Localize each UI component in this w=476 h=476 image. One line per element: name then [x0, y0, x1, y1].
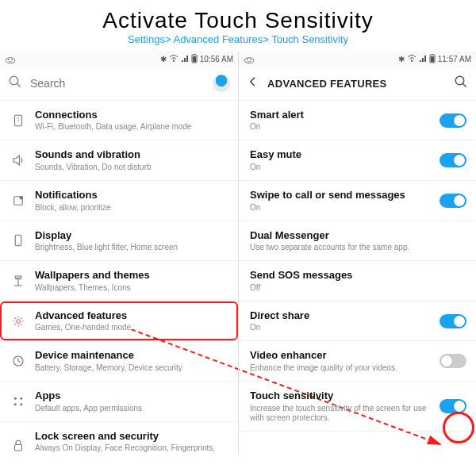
battery-icon [191, 54, 198, 65]
signal-icon [181, 55, 189, 64]
item-subtitle: Use two separate accounts for the same a… [250, 243, 465, 252]
search-icon[interactable] [8, 75, 22, 92]
panel-advanced-features: ✱ 11:57 AM ADVANCED FEATURES Smart alert… [238, 52, 476, 453]
svg-point-15 [17, 244, 19, 245]
back-icon[interactable] [247, 75, 259, 91]
feature-item[interactable]: Easy mute On [239, 140, 476, 181]
wall-icon [6, 274, 30, 288]
search-icon[interactable] [454, 75, 468, 92]
toggle-switch[interactable] [440, 194, 466, 208]
search-bar [0, 67, 238, 101]
item-title: Video enhancer [250, 349, 435, 362]
status-time: 11:57 AM [438, 55, 471, 63]
svg-point-0 [6, 58, 15, 63]
item-title: Display [35, 229, 227, 242]
svg-point-19 [20, 397, 22, 400]
header-title: ADVANCED FEATURES [267, 78, 446, 90]
item-title: Device maintenance [35, 349, 227, 362]
item-title: Lock screen and security [35, 430, 227, 443]
reddit-icon [5, 56, 16, 63]
panel-settings: ✱ 10:56 AM Connec [0, 52, 238, 453]
item-subtitle: Sounds, Vibration, Do not disturb [35, 163, 227, 172]
feature-item[interactable]: Smart alert On [239, 101, 476, 141]
feature-item[interactable]: Send SOS messages Off [239, 261, 476, 301]
item-title: Connections [35, 109, 227, 121]
feature-item[interactable]: Video enhancer Enhance the image quality… [239, 341, 476, 382]
feature-item[interactable]: Direct share On [239, 301, 476, 342]
lock-icon [6, 439, 30, 452]
display-icon [6, 233, 30, 248]
status-bar: ✱ 10:56 AM [0, 52, 238, 67]
item-subtitle: Increase the touch sensitivity of the sc… [250, 404, 435, 423]
item-subtitle: Brightness, Blue light filter, Home scre… [35, 243, 227, 252]
svg-point-18 [14, 397, 17, 400]
feature-item[interactable]: Dual Messenger Use two separate accounts… [239, 221, 476, 262]
toggle-switch[interactable] [440, 314, 466, 328]
svg-rect-6 [193, 56, 196, 62]
header-bar: ADVANCED FEATURES [239, 67, 476, 101]
status-bar: ✱ 11:57 AM [239, 52, 476, 67]
reddit-icon [244, 56, 255, 63]
feature-item[interactable]: Touch sensitivity Increase the touch sen… [239, 382, 476, 432]
toggle-switch[interactable] [440, 153, 466, 167]
settings-item-apps[interactable]: Apps Default apps, App permissions [0, 382, 238, 422]
settings-item-notif[interactable]: Notifications Block, allow, prioritize [0, 181, 238, 221]
item-title: Easy mute [250, 148, 435, 161]
bluetooth-icon: ✱ [398, 55, 405, 63]
svg-point-10 [17, 117, 19, 119]
features-list: Smart alert On Easy mute On Swipe to cal… [239, 101, 476, 453]
item-subtitle: Wallpapers, Themes, Icons [35, 283, 227, 293]
svg-rect-5 [194, 54, 195, 55]
svg-point-11 [17, 120, 19, 121]
item-title: Dual Messenger [250, 229, 465, 242]
adv-icon [6, 314, 30, 328]
svg-point-25 [247, 59, 248, 60]
item-subtitle: Always On Display, Face Recognition, Fin… [35, 443, 227, 453]
item-title: Apps [35, 390, 227, 402]
signal-icon [419, 55, 427, 64]
search-input[interactable] [30, 77, 205, 90]
item-title: Notifications [35, 189, 227, 202]
settings-item-sound[interactable]: Sounds and vibration Sounds, Vibration, … [0, 140, 238, 181]
svg-point-16 [17, 319, 21, 323]
item-subtitle: Games, One-handed mode [35, 323, 227, 332]
bluetooth-icon: ✱ [160, 55, 167, 63]
item-title: Send SOS messages [250, 269, 465, 282]
item-title: Swipe to call or send messages [250, 189, 435, 202]
toggle-switch[interactable] [440, 113, 466, 128]
battery-icon [429, 54, 436, 65]
wifi-icon [169, 55, 178, 64]
item-title: Sounds and vibration [35, 148, 227, 161]
svg-point-24 [244, 58, 254, 63]
svg-line-8 [17, 84, 21, 88]
settings-item-network[interactable]: Connections Wi-Fi, Bluetooth, Data usage… [0, 101, 238, 141]
svg-point-27 [411, 60, 413, 62]
settings-item-wall[interactable]: Wallpapers and themes Wallpapers, Themes… [0, 261, 238, 301]
settings-item-display[interactable]: Display Brightness, Blue light filter, H… [0, 221, 238, 262]
settings-item-adv[interactable]: Advanced features Games, One-handed mode [0, 301, 238, 342]
settings-item-lock[interactable]: Lock screen and security Always On Displ… [0, 422, 238, 453]
apps-icon [6, 394, 30, 409]
avatar[interactable] [213, 75, 230, 92]
svg-rect-30 [431, 56, 434, 62]
page-title: Activate Touch Sensitivity [0, 0, 476, 33]
settings-item-maint[interactable]: Device maintenance Battery, Storage, Mem… [0, 341, 238, 382]
item-title: Touch sensitivity [250, 390, 435, 402]
item-subtitle: Default apps, App permissions [35, 404, 227, 413]
svg-point-7 [10, 77, 18, 86]
item-subtitle: On [250, 203, 435, 213]
svg-point-1 [8, 59, 10, 60]
svg-point-26 [250, 59, 251, 60]
toggle-switch[interactable] [440, 354, 466, 368]
svg-line-32 [463, 84, 466, 88]
settings-list: Connections Wi-Fi, Bluetooth, Data usage… [0, 101, 238, 453]
svg-rect-29 [432, 54, 433, 55]
item-subtitle: Battery, Storage, Memory, Device securit… [35, 363, 227, 373]
item-subtitle: Wi-Fi, Bluetooth, Data usage, Airplane m… [35, 122, 227, 132]
item-subtitle: On [250, 323, 435, 332]
wifi-icon [407, 55, 416, 64]
toggle-switch[interactable] [440, 399, 466, 413]
feature-item[interactable]: Swipe to call or send messages On [239, 181, 476, 221]
item-title: Direct share [250, 309, 435, 322]
sound-icon [6, 153, 30, 167]
